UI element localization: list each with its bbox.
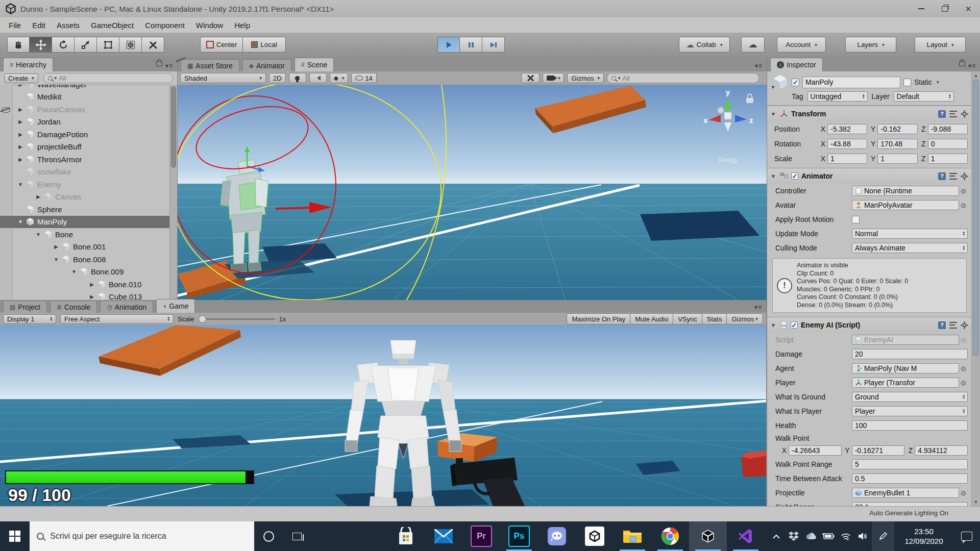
2d-toggle[interactable]: 2D xyxy=(269,73,286,83)
orientation-local-button[interactable]: Local xyxy=(243,37,286,53)
hierarchy-item[interactable]: ManPoly xyxy=(0,216,170,229)
game-toolbar-button[interactable]: Mute Audio xyxy=(630,313,673,324)
tab-animator[interactable]: ◈ Animator xyxy=(242,59,291,71)
controller-object-field[interactable]: None (Runtime xyxy=(852,186,959,196)
damage-field[interactable]: 20 xyxy=(852,349,968,359)
animator-header[interactable]: ▼ ✓ Animator ? xyxy=(767,168,972,184)
account-button[interactable]: Account ▾ xyxy=(777,37,826,53)
help-icon[interactable]: ? xyxy=(938,172,946,180)
tab-asset-store[interactable]: ▦ Asset Store xyxy=(181,59,239,71)
hierarchy-scrollbar[interactable] xyxy=(169,85,177,300)
task-view-button[interactable] xyxy=(283,521,311,551)
name-field[interactable]: ManPoly xyxy=(802,77,900,88)
hierarchy-item[interactable]: Sphere xyxy=(0,203,170,216)
rotation-x-field[interactable]: -43.88 xyxy=(827,139,867,149)
fold-arrow-icon[interactable] xyxy=(15,85,26,87)
hand-tool[interactable] xyxy=(7,37,30,53)
slider-knob[interactable] xyxy=(199,315,206,323)
rotate-tool[interactable] xyxy=(52,37,75,53)
game-toolbar-button[interactable]: VSync xyxy=(673,313,702,324)
taskbar-app-unity-editor[interactable] xyxy=(689,521,727,551)
active-checkbox[interactable]: ✓ xyxy=(792,79,799,86)
culling-mode-dropdown[interactable]: Always Animate ▴▾ xyxy=(852,243,968,253)
presets-icon[interactable] xyxy=(949,322,957,329)
restore-icon[interactable] xyxy=(933,0,957,17)
update-mode-dropdown[interactable]: Normal ▴▾ xyxy=(852,229,968,239)
lock-icon[interactable] xyxy=(959,61,965,66)
scroll-down-icon[interactable]: ▼ xyxy=(972,499,980,505)
fold-arrow-icon[interactable]: ▼ xyxy=(771,111,777,117)
cortana-button[interactable] xyxy=(254,521,283,551)
fold-arrow-icon[interactable] xyxy=(87,282,97,287)
tray-expand-chevron-icon[interactable] xyxy=(768,534,785,539)
object-picker-icon[interactable]: ⊙ xyxy=(959,365,968,372)
battery-icon[interactable] xyxy=(820,533,837,540)
scene-tools-button[interactable] xyxy=(521,73,540,83)
game-toolbar-button[interactable]: Maximize On Play xyxy=(567,313,630,324)
what-is-ground-dropdown[interactable]: Ground ▴▾ xyxy=(852,392,968,402)
fold-arrow-icon[interactable] xyxy=(15,107,26,112)
dropbox-icon[interactable] xyxy=(785,532,802,541)
menu-item[interactable]: Edit xyxy=(27,21,51,30)
walk-point-y-field[interactable]: -0.16271 xyxy=(852,445,905,456)
walk-point-z-field[interactable]: 4.934112 xyxy=(915,445,968,456)
object-picker-icon[interactable]: ⊙ xyxy=(959,187,968,195)
tag-dropdown[interactable]: Untagged ▴▾ xyxy=(807,91,868,102)
scene-camera-dropdown[interactable]: ▾ xyxy=(543,73,565,83)
custom-tools[interactable] xyxy=(142,37,164,53)
fold-arrow-icon[interactable] xyxy=(33,194,43,199)
rotation-y-field[interactable]: 170.48 xyxy=(877,139,917,149)
scale-slider[interactable] xyxy=(199,318,275,320)
static-checkbox[interactable]: ✓ xyxy=(903,79,911,86)
lock-icon[interactable] xyxy=(156,61,162,66)
animator-enabled-checkbox[interactable]: ✓ xyxy=(791,172,798,180)
menu-item[interactable]: Window xyxy=(190,21,229,30)
layout-button[interactable]: Layout ▾ xyxy=(915,37,966,53)
agent-object-field[interactable]: ManPoly (Nav M xyxy=(852,363,959,373)
tab-animation[interactable]: ◷ Animation xyxy=(100,300,153,313)
gizmos-dropdown[interactable]: Gizmos ▾ xyxy=(567,73,604,83)
auto-generate-lighting-button[interactable]: Auto Generate Lighting On xyxy=(869,509,948,517)
tab-scene[interactable]: # Scene xyxy=(295,58,334,71)
hierarchy-item[interactable]: PauseCanvas xyxy=(0,103,170,116)
collab-button[interactable]: ☁ Collab ▾ xyxy=(679,37,730,53)
help-icon[interactable]: ? xyxy=(938,321,946,329)
player-object-field[interactable]: Player (Transfor xyxy=(852,378,959,388)
transform-header[interactable]: ▼ Transform ? xyxy=(767,106,972,121)
step-button[interactable] xyxy=(482,37,505,53)
gear-icon[interactable] xyxy=(961,110,968,118)
hierarchy-item[interactable]: Bone xyxy=(0,228,170,241)
object-picker-icon[interactable]: ⊙ xyxy=(959,336,968,344)
fold-arrow-icon[interactable]: ▼ xyxy=(771,173,777,179)
tab-game[interactable]: ◖ Game xyxy=(156,299,195,313)
pause-button[interactable] xyxy=(460,37,482,53)
fold-arrow-icon[interactable] xyxy=(15,182,26,187)
position-y-field[interactable]: -0.162 xyxy=(877,124,917,134)
hierarchy-item[interactable]: Enemy xyxy=(0,178,170,191)
fold-arrow-icon[interactable] xyxy=(15,119,26,124)
position-x-field[interactable]: -5.382 xyxy=(827,124,867,134)
start-button[interactable] xyxy=(0,521,30,551)
aspect-dropdown[interactable]: Free Aspect ▴▾ xyxy=(60,314,174,324)
help-icon[interactable]: ? xyxy=(938,110,946,118)
taskbar-app-vscode[interactable] xyxy=(727,521,765,551)
walk-point-range-field[interactable]: 5 xyxy=(852,459,968,469)
layers-button[interactable]: Layers ▾ xyxy=(845,37,896,53)
display-dropdown[interactable]: Display 1 ▴▾ xyxy=(3,314,56,324)
taskbar-search-input[interactable]: Scrivi qui per eseguire la ricerca xyxy=(30,521,254,551)
taskbar-app-unity-hub[interactable] xyxy=(576,521,614,551)
menu-item[interactable]: File xyxy=(3,21,27,30)
layer-dropdown[interactable]: Default ▴▾ xyxy=(894,91,954,102)
hierarchy-item[interactable]: WaveManager xyxy=(0,85,170,91)
scale-tool[interactable] xyxy=(75,37,97,53)
taskbar-app-chrome[interactable] xyxy=(651,521,689,551)
gear-icon[interactable] xyxy=(961,172,968,180)
hierarchy-item[interactable]: Bone.001 xyxy=(0,241,170,254)
pane-menu-icon[interactable]: ▾≡ xyxy=(755,62,767,71)
taskbar-app-photoshop[interactable]: Ps xyxy=(500,521,538,551)
tab-project[interactable]: ▤ Project xyxy=(3,300,47,313)
menu-item[interactable]: GameObject xyxy=(85,21,139,30)
close-icon[interactable]: × xyxy=(957,0,980,17)
apply-root-motion-checkbox[interactable]: ✓ xyxy=(852,216,860,223)
rotation-z-field[interactable]: 0 xyxy=(928,139,968,149)
